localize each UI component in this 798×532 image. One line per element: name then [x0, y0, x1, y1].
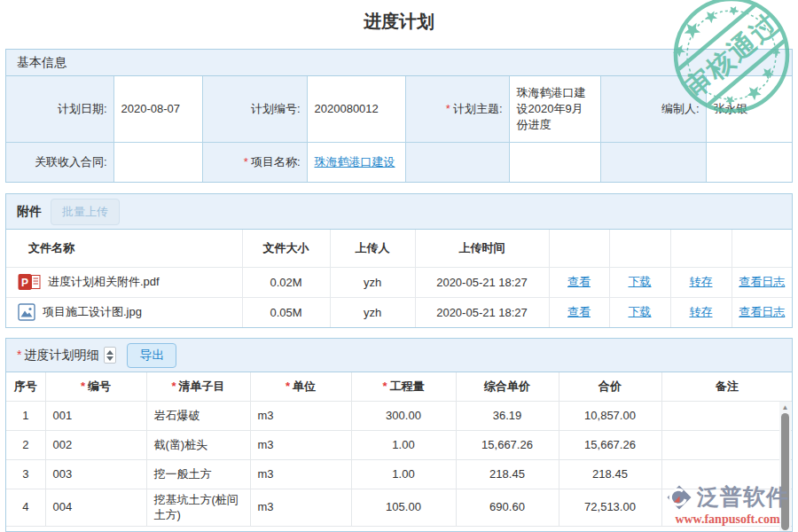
cell-code: 002	[45, 430, 146, 459]
author-label: 编制人:	[600, 76, 706, 142]
required-mark: *	[446, 102, 450, 115]
detail-section-header: *进度计划明细 导出	[6, 339, 792, 372]
detail-title: 进度计划明细	[24, 348, 98, 362]
col-header-empty	[670, 230, 732, 267]
file-name: 项目施工设计图.jpg	[43, 304, 142, 320]
cell-seq: 2	[6, 430, 45, 459]
detail-row: 1 001 岩石爆破 m3 300.00 36.19 10,857.00	[6, 401, 792, 430]
svg-text:P: P	[21, 277, 28, 289]
cell-qty: 300.00	[351, 401, 456, 430]
plan-subject-value: 珠海鹤港口建设2020年9月份进度	[509, 76, 600, 142]
cell-total: 218.45	[559, 459, 661, 489]
plan-date-label: 计划日期:	[6, 76, 113, 142]
page-title: 进度计划	[0, 0, 798, 39]
file-uploader: yzh	[330, 297, 415, 327]
col-header-upload-time: 上传时间	[415, 230, 549, 267]
pdf-file-icon: P	[18, 273, 41, 291]
project-name-label: *项目名称:	[202, 142, 307, 182]
attachments-panel: 附件 批量上传 文件名称 文件大小 上传人 上传时间	[5, 193, 793, 328]
cell-qty: 1.00	[351, 430, 456, 459]
cell-unit-price: 690.60	[456, 489, 559, 526]
batch-upload-button[interactable]: 批量上传	[51, 199, 120, 225]
transfer-link[interactable]: 转存	[690, 305, 713, 318]
col-header-file-size: 文件大小	[242, 230, 330, 267]
empty-value-cell	[706, 142, 792, 182]
file-size: 0.05M	[242, 297, 330, 327]
basic-info-table: 计划日期: 2020-08-07 计划编号: 2020080012 *计划主题:…	[6, 76, 792, 182]
download-link[interactable]: 下载	[629, 275, 652, 288]
cell-item: 挖基坑土方(桩间土方)	[146, 489, 250, 526]
cell-seq: 1	[6, 401, 45, 430]
file-uploader: yzh	[330, 267, 415, 297]
cell-total: 72,513.00	[559, 489, 661, 526]
col-header-unit: *单位	[250, 372, 351, 401]
col-header-uploader: 上传人	[330, 230, 415, 267]
cell-item: 挖一般土方	[146, 459, 250, 489]
project-name-link[interactable]: 珠海鹤港口建设	[315, 155, 395, 168]
cell-unit-price: 15,667.26	[456, 430, 559, 459]
file-upload-time: 2020-05-21 18:27	[415, 267, 549, 297]
empty-value-cell	[509, 142, 600, 182]
transfer-link[interactable]: 转存	[690, 275, 713, 288]
download-link[interactable]: 下载	[629, 305, 652, 318]
scrollbar-up-arrow-icon[interactable]: ▲	[782, 402, 789, 413]
cell-code: 004	[45, 489, 146, 526]
basic-info-section-header: 基本信息	[6, 50, 792, 76]
empty-label-cell	[405, 142, 509, 182]
attachments-title: 附件	[17, 204, 42, 220]
brand-name: 泛普软件	[697, 482, 789, 512]
view-link[interactable]: 查看	[567, 305, 591, 318]
cell-code: 003	[45, 459, 146, 489]
basic-info-title: 基本信息	[17, 55, 66, 71]
view-log-link[interactable]: 查看日志	[739, 305, 785, 318]
cell-remark	[661, 401, 792, 430]
col-header-empty	[549, 230, 609, 267]
file-size: 0.02M	[242, 267, 330, 297]
export-button[interactable]: 导出	[127, 343, 176, 368]
cell-total: 10,857.00	[559, 401, 661, 430]
col-header-empty	[732, 230, 792, 267]
plan-no-value: 2020080012	[307, 76, 405, 142]
view-link[interactable]: 查看	[567, 275, 591, 288]
brand-url: www.fanpusoft.com	[666, 512, 789, 527]
col-header-remark: 备注	[661, 372, 792, 401]
income-contract-value	[113, 142, 202, 182]
empty-label-cell	[600, 142, 706, 182]
cell-seq: 4	[6, 489, 45, 526]
col-header-seq: 序号	[6, 372, 45, 401]
col-header-qty: *工程量	[351, 372, 456, 401]
image-file-icon	[18, 303, 35, 321]
required-mark: *	[244, 155, 248, 168]
cell-total: 15,667.26	[559, 430, 661, 459]
col-header-total: 合价	[559, 372, 661, 401]
cell-unit: m3	[250, 430, 351, 459]
attachments-section-header: 附件 批量上传	[6, 194, 792, 230]
col-header-code: *编号	[45, 372, 146, 401]
basic-info-panel: 基本信息 计划日期: 2020-08-07 计划编号: 2020080012 *…	[5, 49, 793, 183]
cell-code: 001	[45, 401, 146, 430]
cell-qty: 105.00	[351, 489, 456, 526]
col-header-empty	[609, 230, 670, 267]
file-name: 进度计划相关附件.pdf	[48, 274, 160, 290]
col-header-item: *清单子目	[146, 372, 250, 401]
cell-unit: m3	[250, 489, 351, 526]
cell-seq: 3	[6, 459, 45, 489]
attachment-row: 项目施工设计图.jpg 0.05M yzh 2020-05-21 18:27 查…	[6, 297, 792, 327]
view-log-link[interactable]: 查看日志	[739, 275, 785, 288]
attachments-table: 文件名称 文件大小 上传人 上传时间 P	[6, 230, 792, 327]
cell-unit: m3	[250, 459, 351, 489]
cell-unit: m3	[250, 401, 351, 430]
fanpu-logo-icon	[666, 484, 692, 511]
income-contract-label: 关联收入合同:	[6, 142, 113, 182]
file-upload-time: 2020-05-21 18:27	[415, 297, 549, 327]
brand-watermark: 泛普软件 www.fanpusoft.com	[666, 482, 789, 527]
cell-unit-price: 36.19	[456, 401, 559, 430]
author-value: 张永银	[706, 76, 792, 142]
plan-no-label: 计划编号:	[202, 76, 307, 142]
cell-item: 截(凿)桩头	[146, 430, 250, 459]
sort-spinner-icon[interactable]	[104, 347, 116, 364]
col-header-unit-price: 综合单价	[456, 372, 559, 401]
plan-date-value: 2020-08-07	[113, 76, 202, 142]
detail-row: 2 002 截(凿)桩头 m3 1.00 15,667.26 15,667.26	[6, 430, 792, 459]
project-name-value: 珠海鹤港口建设	[307, 142, 405, 182]
